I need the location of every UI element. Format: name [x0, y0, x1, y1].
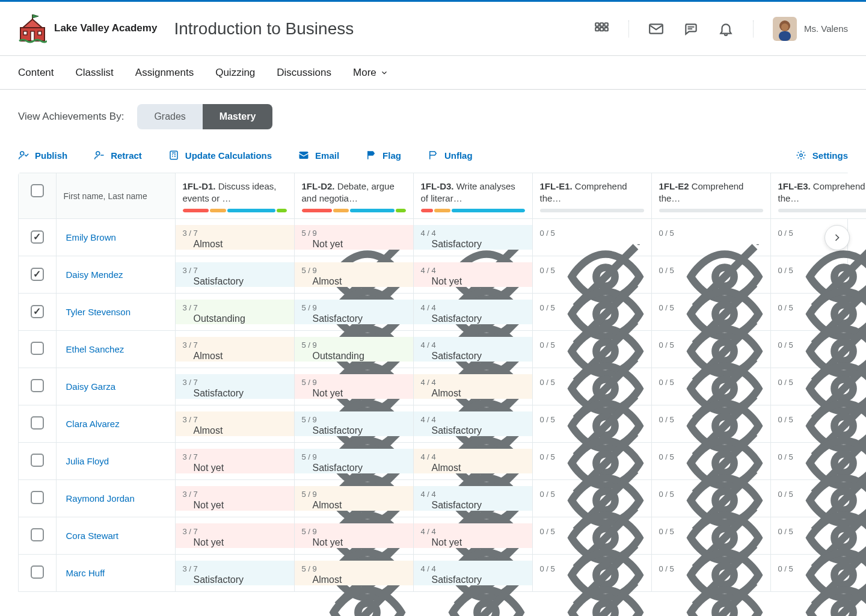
mastery-cell[interactable]: 0 / 5-: [771, 449, 867, 473]
name-column-header[interactable]: First name, Last name: [57, 173, 175, 207]
mastery-cell[interactable]: 0 / 5-: [533, 486, 651, 511]
mastery-cell[interactable]: 0 / 5-: [533, 449, 651, 473]
mastery-cell[interactable]: 4 / 4Satisfactory: [414, 300, 532, 324]
row-checkbox[interactable]: [31, 305, 44, 318]
user-menu[interactable]: Ms. Valens: [773, 17, 848, 41]
mastery-cell[interactable]: 3 / 7Not yet: [176, 486, 294, 511]
select-all-checkbox[interactable]: [31, 184, 44, 197]
view-mastery-button[interactable]: Mastery: [203, 104, 272, 129]
outcome-header[interactable]: 1FL-D2. Debate, argue and negotia…: [294, 173, 413, 218]
mastery-cell[interactable]: 0 / 5-: [533, 337, 651, 362]
student-link[interactable]: Clara Alvarez: [57, 419, 120, 429]
nav-classlist[interactable]: Classlist: [76, 67, 114, 79]
mastery-cell[interactable]: 0 / 5-: [771, 374, 867, 399]
mastery-cell[interactable]: 3 / 7Not yet: [176, 523, 294, 548]
mastery-cell[interactable]: 3 / 7Satisfactory: [176, 561, 294, 585]
unflag-button[interactable]: Unflag: [428, 150, 473, 161]
mastery-cell[interactable]: 4 / 4Satisfactory: [414, 561, 532, 585]
retract-button[interactable]: Retract: [94, 150, 142, 161]
email-button[interactable]: Email: [298, 150, 339, 161]
nav-quizzing[interactable]: Quizzing: [215, 67, 255, 79]
mastery-cell[interactable]: 3 / 7Almost: [176, 225, 294, 250]
row-checkbox[interactable]: [31, 268, 44, 281]
mastery-cell[interactable]: 0 / 5-: [533, 561, 651, 585]
mastery-cell[interactable]: 0 / 5-: [771, 337, 867, 362]
mastery-cell[interactable]: 0 / 5-: [533, 374, 651, 399]
mastery-cell[interactable]: 4 / 4Not yet: [414, 523, 532, 548]
flag-button[interactable]: Flag: [366, 150, 401, 161]
student-link[interactable]: Daisy Garza: [57, 381, 116, 392]
nav-more[interactable]: More: [353, 67, 388, 79]
row-checkbox[interactable]: [31, 565, 44, 579]
mastery-cell[interactable]: 5 / 9Almost: [295, 262, 413, 287]
apps-icon[interactable]: [594, 21, 609, 37]
mastery-cell[interactable]: 3 / 7Almost: [176, 337, 294, 362]
row-checkbox[interactable]: [31, 528, 44, 541]
row-checkbox[interactable]: [31, 342, 44, 355]
mastery-cell[interactable]: 5 / 9Satisfactory: [295, 449, 413, 473]
student-link[interactable]: Emily Brown: [57, 232, 116, 242]
mastery-cell[interactable]: 0 / 5-: [652, 374, 770, 399]
update-calculations-button[interactable]: Update Calculations: [168, 150, 272, 161]
chat-icon[interactable]: [683, 21, 699, 37]
mastery-cell[interactable]: 3 / 7Outstanding: [176, 300, 294, 324]
mastery-cell[interactable]: 0 / 5-: [652, 486, 770, 511]
mastery-cell[interactable]: 5 / 9Almost: [295, 561, 413, 585]
mastery-cell[interactable]: 0 / 5-: [771, 225, 867, 250]
view-grades-button[interactable]: Grades: [137, 104, 202, 129]
mastery-cell[interactable]: 0 / 5-: [533, 225, 651, 250]
scroll-right-button[interactable]: [825, 225, 850, 250]
mastery-cell[interactable]: 0 / 5-: [652, 337, 770, 362]
nav-content[interactable]: Content: [18, 67, 54, 79]
mastery-cell[interactable]: 0 / 5-: [771, 523, 867, 548]
mastery-cell[interactable]: 0 / 5-: [652, 300, 770, 324]
student-link[interactable]: Cora Stewart: [57, 531, 119, 541]
mastery-cell[interactable]: 5 / 9Not yet: [295, 374, 413, 399]
student-link[interactable]: Marc Huff: [57, 568, 105, 578]
mastery-cell[interactable]: 0 / 5-: [771, 411, 867, 436]
mastery-cell[interactable]: 0 / 5-: [533, 262, 651, 287]
mastery-cell[interactable]: 0 / 5-: [771, 262, 867, 287]
mastery-cell[interactable]: 5 / 9Not yet: [295, 225, 413, 250]
mastery-cell[interactable]: 3 / 7Satisfactory: [176, 374, 294, 399]
mastery-cell[interactable]: 0 / 5-: [652, 561, 770, 585]
mastery-cell[interactable]: 0 / 5-: [533, 411, 651, 436]
mastery-cell[interactable]: 4 / 4Satisfactory: [414, 337, 532, 362]
student-link[interactable]: Raymond Jordan: [57, 493, 135, 504]
mastery-cell[interactable]: 0 / 5-: [533, 523, 651, 548]
mastery-cell[interactable]: 5 / 9Outstanding: [295, 337, 413, 362]
mastery-cell[interactable]: 0 / 5-: [652, 411, 770, 436]
mastery-cell[interactable]: 3 / 7Almost: [176, 411, 294, 436]
mastery-cell[interactable]: 0 / 5-: [771, 300, 867, 324]
mastery-cell[interactable]: 0 / 5-: [652, 262, 770, 287]
mastery-cell[interactable]: 3 / 7Satisfactory: [176, 262, 294, 287]
row-checkbox[interactable]: [31, 379, 44, 392]
outcome-header[interactable]: 1FL-D3. Write analyses of literar…: [413, 173, 532, 218]
mastery-cell[interactable]: 0 / 5-: [652, 225, 770, 250]
mastery-cell[interactable]: 0 / 5-: [652, 523, 770, 548]
mastery-cell[interactable]: 4 / 4Not yet: [414, 262, 532, 287]
outcome-header[interactable]: 1FL-E2 Comprehend the…: [651, 173, 770, 218]
mastery-cell[interactable]: 5 / 9Not yet: [295, 523, 413, 548]
student-link[interactable]: Tyler Stevenson: [57, 307, 131, 317]
row-checkbox[interactable]: [31, 230, 44, 244]
mastery-cell[interactable]: 0 / 5-: [771, 561, 867, 585]
mastery-cell[interactable]: 4 / 4Almost: [414, 374, 532, 399]
mastery-cell[interactable]: 4 / 4Almost: [414, 449, 532, 473]
settings-button[interactable]: Settings: [796, 150, 848, 161]
mastery-cell[interactable]: 0 / 5-: [533, 300, 651, 324]
student-link[interactable]: Daisy Mendez: [57, 270, 123, 280]
mastery-cell[interactable]: 5 / 9Satisfactory: [295, 300, 413, 324]
mastery-cell[interactable]: 4 / 4Satisfactory: [414, 411, 532, 436]
outcome-header[interactable]: 1FL-D1. Discuss ideas, events or …: [175, 173, 294, 218]
nav-assignments[interactable]: Assignments: [135, 67, 194, 79]
student-link[interactable]: Ethel Sanchez: [57, 344, 124, 354]
mastery-cell[interactable]: 5 / 9Satisfactory: [295, 411, 413, 436]
outcome-header[interactable]: 1FL-E3. Comprehend the…: [770, 173, 866, 218]
school-brand[interactable]: Lake Valley Academy: [18, 14, 157, 43]
row-checkbox[interactable]: [31, 454, 44, 467]
nav-discussions[interactable]: Discussions: [277, 67, 331, 79]
mastery-cell[interactable]: 0 / 5-: [771, 486, 867, 511]
row-checkbox[interactable]: [31, 491, 44, 504]
bell-icon[interactable]: [718, 21, 734, 37]
